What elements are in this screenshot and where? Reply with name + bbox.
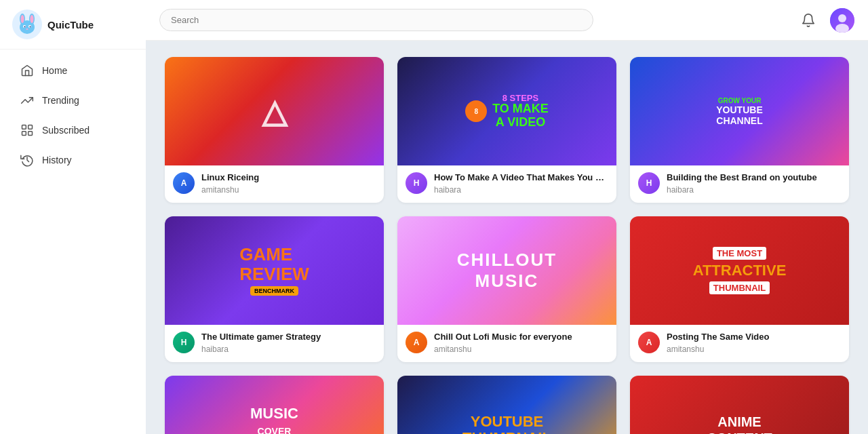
svg-rect-11: [22, 125, 26, 130]
video-card[interactable]: GAMEREVIEWBENCHMARK H The Ultimate gamer…: [165, 216, 384, 362]
video-meta: Chill Out Lofi Music for everyone amitan…: [434, 332, 608, 354]
video-thumbnail: THE MOSTATTRACTIVETHUMBNAIL: [630, 216, 849, 325]
video-title: Chill Out Lofi Music for everyone: [434, 332, 608, 343]
video-info: A Posting The Same Video amitanshu: [630, 325, 849, 362]
video-thumbnail: GROW YOURYOUTUBECHANNEL: [630, 57, 849, 165]
video-title: The Ultimate gamer Strategy: [201, 332, 376, 343]
video-card[interactable]: △ A Linux Riceing amitanshu: [165, 57, 384, 203]
svg-rect-13: [22, 132, 26, 136]
video-title: Posting The Same Video: [667, 332, 841, 343]
app-name: QuicTube: [47, 19, 94, 31]
video-channel: haibara: [201, 344, 376, 354]
main-area: △ A Linux Riceing amitanshu 88 STEPSTO M…: [146, 0, 868, 434]
app-logo: [12, 9, 42, 39]
sidebar-home-label: Home: [42, 65, 67, 76]
svg-point-5: [31, 15, 34, 23]
history-icon: [20, 153, 34, 167]
channel-avatar: A: [173, 172, 195, 194]
video-card[interactable]: MUSICCOVERVERSION H Top Songs Cover Vers…: [165, 376, 384, 434]
content-area: △ A Linux Riceing amitanshu 88 STEPSTO M…: [146, 41, 868, 434]
video-card[interactable]: ANIMECONTENT H Anime Style Content Creat…: [630, 376, 849, 434]
channel-avatar: A: [406, 332, 427, 353]
sidebar: QuicTube Home Trending: [0, 0, 146, 434]
home-icon: [20, 64, 34, 77]
subscribed-icon: [20, 123, 34, 137]
search-input[interactable]: [159, 9, 593, 31]
header: [146, 0, 868, 41]
sidebar-history-label: History: [42, 155, 72, 165]
channel-avatar: A: [638, 332, 660, 353]
sidebar-item-trending[interactable]: Trending: [5, 86, 140, 115]
video-grid: △ A Linux Riceing amitanshu 88 STEPSTO M…: [165, 57, 849, 434]
video-thumbnail: YOUTUBETHUMBNAIL: [397, 376, 616, 434]
video-thumbnail: △: [165, 57, 384, 165]
sidebar-trending-label: Trending: [42, 95, 79, 106]
video-title: How To Make A Video That Makes You a Mil…: [434, 172, 608, 184]
video-info: A Chill Out Lofi Music for everyone amit…: [397, 325, 616, 362]
video-thumbnail: CHILLOUTMUSIC: [397, 216, 616, 325]
video-thumbnail: GAMEREVIEWBENCHMARK: [165, 216, 384, 325]
svg-rect-14: [28, 132, 33, 136]
video-info: H The Ultimate gamer Strategy haibara: [165, 325, 384, 362]
video-meta: Posting The Same Video amitanshu: [667, 332, 841, 354]
header-right: [796, 8, 854, 33]
video-card[interactable]: 88 STEPSTO MAKEA VIDEO H How To Make A V…: [397, 57, 616, 203]
svg-point-16: [838, 14, 846, 22]
svg-point-4: [21, 15, 24, 23]
svg-point-10: [26, 28, 28, 30]
video-meta: Linux Riceing amitanshu: [201, 172, 376, 195]
sidebar-item-subscribed[interactable]: Subscribed: [5, 116, 140, 144]
sidebar-item-history[interactable]: History: [5, 146, 140, 174]
svg-point-9: [30, 26, 31, 28]
video-title: Building the Best Brand on youtube: [667, 172, 841, 184]
video-channel: haibara: [667, 185, 841, 195]
video-card[interactable]: THE MOSTATTRACTIVETHUMBNAIL A Posting Th…: [630, 216, 849, 362]
video-info: A Linux Riceing amitanshu: [165, 165, 384, 203]
video-channel: amitanshu: [667, 344, 841, 354]
channel-avatar: H: [173, 332, 195, 353]
video-card[interactable]: CHILLOUTMUSIC A Chill Out Lofi Music for…: [397, 216, 616, 362]
sidebar-item-home[interactable]: Home: [5, 56, 140, 85]
avatar-image: [830, 8, 854, 33]
video-thumbnail: 88 STEPSTO MAKEA VIDEO: [397, 57, 616, 165]
channel-avatar: H: [406, 172, 427, 194]
video-channel: haibara: [434, 185, 608, 195]
video-channel: amitanshu: [201, 185, 376, 195]
video-thumbnail: MUSICCOVERVERSION: [165, 376, 384, 434]
video-meta: The Ultimate gamer Strategy haibara: [201, 332, 376, 354]
logo-area: QuicTube: [0, 0, 146, 50]
video-title: Linux Riceing: [201, 172, 376, 184]
video-meta: Building the Best Brand on youtube haiba…: [667, 172, 841, 195]
video-info: H Building the Best Brand on youtube hai…: [630, 165, 849, 203]
search-bar: [159, 9, 593, 31]
trending-icon: [20, 94, 34, 107]
sidebar-nav: Home Trending Subscribed: [0, 50, 146, 181]
user-avatar[interactable]: [830, 8, 854, 33]
video-card[interactable]: GROW YOURYOUTUBECHANNEL H Building the B…: [630, 57, 849, 203]
notification-button[interactable]: [796, 8, 821, 33]
svg-point-8: [24, 26, 26, 28]
svg-rect-12: [28, 125, 33, 130]
sidebar-subscribed-label: Subscribed: [42, 125, 90, 136]
video-info: H How To Make A Video That Makes You a M…: [397, 165, 616, 203]
video-card[interactable]: YOUTUBETHUMBNAIL A YouTube Thumbnail Gui…: [397, 376, 616, 434]
video-thumbnail: ANIMECONTENT: [630, 376, 849, 434]
video-channel: amitanshu: [434, 344, 608, 354]
video-meta: How To Make A Video That Makes You a Mil…: [434, 172, 608, 195]
channel-avatar: H: [638, 172, 660, 194]
bell-icon: [801, 13, 816, 28]
